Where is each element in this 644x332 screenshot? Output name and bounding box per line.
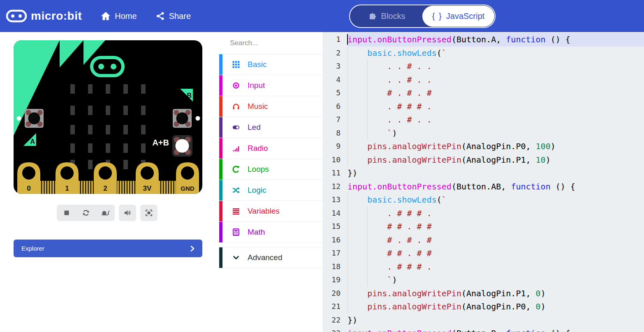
- code-line[interactable]: 11}): [323, 166, 644, 180]
- button-ab[interactable]: [172, 135, 192, 157]
- category-label: Input: [248, 81, 265, 90]
- code-line[interactable]: 7 . . # . .: [323, 113, 644, 127]
- category-label: Loops: [248, 165, 269, 174]
- toolbox-category-music[interactable]: Music: [219, 96, 323, 117]
- led-4-0[interactable]: [141, 84, 146, 94]
- led-2-3[interactable]: [106, 143, 110, 153]
- blocks-toggle-button[interactable]: Blocks: [350, 12, 423, 21]
- line-number: 23: [323, 327, 341, 332]
- code-line[interactable]: 18 . # # # .: [323, 260, 644, 274]
- code-line[interactable]: 9 pins.analogWritePin(AnalogPin.P0, 100): [323, 140, 644, 153]
- code-line[interactable]: 15 # # . # #: [323, 220, 644, 233]
- toolbox-category-led[interactable]: Led: [219, 117, 323, 138]
- code-line[interactable]: 1input.onButtonPressed(Button.A, functio…: [323, 33, 644, 46]
- code-editor[interactable]: 1input.onButtonPressed(Button.A, functio…: [323, 32, 644, 332]
- category-label: Variables: [248, 207, 280, 216]
- led-2-1[interactable]: [106, 106, 110, 115]
- pin-1[interactable]: 1: [56, 162, 79, 194]
- code-line[interactable]: 17 # # . # #: [323, 247, 644, 260]
- code-line[interactable]: 23input.onButtonPressed(Button.B, functi…: [323, 327, 644, 332]
- toolbox-category-math[interactable]: Math: [219, 222, 323, 243]
- fullscreen-button[interactable]: [140, 205, 158, 221]
- toolbox-category-basic[interactable]: Basic: [219, 54, 323, 75]
- toolbox-category-input[interactable]: Input: [219, 75, 323, 96]
- indent-guide: [347, 300, 348, 314]
- javascript-toggle-button[interactable]: { } JavaScript: [422, 6, 494, 27]
- pin-0[interactable]: 0: [17, 162, 40, 194]
- indent-guide: [367, 113, 368, 127]
- indent-guide: [347, 273, 348, 287]
- pin-2[interactable]: 2: [94, 162, 117, 194]
- explorer-toggle[interactable]: Explorer: [14, 240, 202, 257]
- chevron-down-icon: [232, 254, 240, 262]
- button-a[interactable]: [25, 109, 44, 128]
- toolbox-search: [219, 32, 323, 54]
- category-stripe: [219, 138, 222, 159]
- sound-button[interactable]: [119, 205, 136, 221]
- toolbox-category-advanced[interactable]: Advanced: [219, 247, 323, 268]
- pin-gnd[interactable]: GND: [176, 162, 199, 194]
- led-4-3[interactable]: [141, 143, 146, 153]
- indent-guide: [367, 60, 368, 73]
- led-1-4[interactable]: [88, 160, 93, 169]
- code-line[interactable]: 12input.onButtonPressed(Button.AB, funct…: [323, 180, 644, 194]
- code-line[interactable]: 21 pins.analogWritePin(AnalogPin.P0, 0): [323, 300, 644, 314]
- led-0-3[interactable]: [70, 143, 75, 153]
- code-line[interactable]: 16 # . # . #: [323, 233, 644, 247]
- code-line[interactable]: 4 . . # . .: [323, 73, 644, 87]
- main-area: A B A+B: [0, 32, 644, 332]
- led-2-2[interactable]: [106, 125, 110, 134]
- led-1-1[interactable]: [88, 106, 93, 115]
- led-1-0[interactable]: [88, 84, 93, 94]
- line-number: 11: [323, 166, 341, 180]
- slow-mo-button[interactable]: [95, 205, 115, 221]
- category-label: Logic: [248, 186, 266, 195]
- code-line[interactable]: 14 . # # # .: [323, 207, 644, 220]
- toolbox-category-variables[interactable]: Variables: [219, 201, 323, 222]
- led-3-3[interactable]: [123, 143, 128, 153]
- toolbox-category-radio[interactable]: Radio: [219, 138, 323, 159]
- code-line[interactable]: 2 basic.showLeds(`: [323, 46, 644, 60]
- line-number: 16: [323, 233, 341, 247]
- code-line[interactable]: 8 `): [323, 127, 644, 140]
- led-3-2[interactable]: [123, 125, 128, 134]
- led-3-0[interactable]: [123, 84, 128, 94]
- svg-text:3V: 3V: [143, 184, 152, 192]
- indent-guide: [347, 247, 348, 260]
- restart-button[interactable]: [76, 205, 95, 221]
- led-0-2[interactable]: [70, 125, 75, 134]
- text-cursor: [347, 34, 348, 45]
- led-1-3[interactable]: [88, 143, 93, 153]
- code-line[interactable]: 22}): [323, 314, 644, 327]
- code-line[interactable]: 3 . . # . .: [323, 60, 644, 73]
- code-line[interactable]: 20 pins.analogWritePin(AnalogPin.P1, 0): [323, 287, 644, 300]
- led-3-1[interactable]: [123, 106, 128, 115]
- led-2-0[interactable]: [106, 84, 110, 94]
- indent-guide: [347, 287, 348, 300]
- led-0-1[interactable]: [70, 106, 75, 115]
- stop-button[interactable]: [57, 205, 76, 221]
- brand-text: micro:bit: [31, 9, 82, 23]
- search-input[interactable]: [229, 39, 322, 48]
- led-3-4[interactable]: [123, 160, 128, 169]
- button-b[interactable]: [173, 109, 192, 128]
- led-4-2[interactable]: [141, 125, 146, 134]
- category-label: Basic: [248, 60, 266, 69]
- share-button[interactable]: Share: [156, 12, 191, 21]
- category-stripe: [219, 54, 222, 75]
- led-4-1[interactable]: [141, 106, 146, 115]
- code-line[interactable]: 5 # . # . #: [323, 86, 644, 100]
- code-line[interactable]: 6 . # # # .: [323, 100, 644, 113]
- led-0-0[interactable]: [70, 84, 75, 94]
- pin-3v[interactable]: 3V: [136, 162, 159, 194]
- microbit-logo[interactable]: micro:bit: [6, 9, 82, 23]
- led-1-2[interactable]: [88, 125, 93, 134]
- toolbox-category-loops[interactable]: Loops: [219, 159, 323, 180]
- toolbox-category-logic[interactable]: Logic: [219, 180, 323, 201]
- share-icon: [156, 12, 165, 21]
- code-line[interactable]: 10 pins.analogWritePin(AnalogPin.P1, 10): [323, 153, 644, 167]
- indent-guide: [347, 260, 348, 274]
- code-line[interactable]: 13 basic.showLeds(`: [323, 193, 644, 207]
- home-button[interactable]: Home: [101, 12, 137, 21]
- code-line[interactable]: 19 `): [323, 273, 644, 287]
